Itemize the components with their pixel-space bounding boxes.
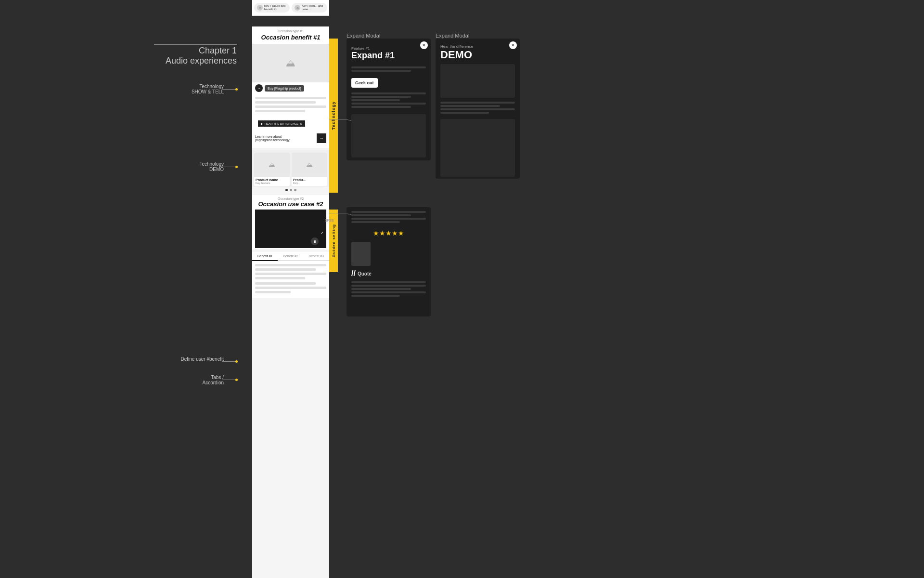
- modal-1-feature-label: Feature #1: [351, 46, 426, 51]
- modal-1-line-6: [351, 103, 426, 105]
- play-icon: ▶: [261, 122, 263, 125]
- tech-sidebar-label: Technology: [331, 101, 336, 130]
- dot-2[interactable]: [290, 189, 292, 191]
- testimonial-image: [351, 242, 371, 266]
- annotation-tech-show-line1: Technology: [192, 84, 224, 89]
- divider-line: [154, 44, 237, 45]
- product-card-1-img: ⛰: [254, 153, 290, 177]
- chapter-label: Chapter 1 Audio experiences: [166, 46, 237, 66]
- spee-label: SPEE: [325, 219, 334, 222]
- benefit-line: [222, 361, 237, 362]
- annotation-show-tell: Technology SHOW & TELL: [192, 84, 224, 94]
- dot-3[interactable]: [294, 189, 296, 191]
- key-chip-1: ⊙ Key Feature and benefit #1: [254, 3, 290, 13]
- settings-icon: ⚙: [300, 122, 302, 125]
- hear-diff-row: ▶ HEAR THE DIFFERENCE ⚙: [252, 117, 329, 131]
- modal-2-line-2: [440, 105, 500, 107]
- product-card-2-feature: Key...: [293, 182, 326, 184]
- tab-line-7: [255, 291, 291, 293]
- text-line-4: [255, 110, 305, 112]
- expand-modal-2: ✕ Hear the difference DEMO: [436, 39, 520, 179]
- modal-1-dark-area: [351, 114, 426, 158]
- buy-button[interactable]: Buy [Flagship product]: [265, 85, 304, 92]
- expand-button[interactable]: ⤢: [319, 230, 325, 236]
- demo-dot: [235, 166, 238, 168]
- modal-1-line-3: [351, 92, 426, 94]
- text-lines-1: [252, 94, 329, 117]
- dot-1[interactable]: [285, 189, 288, 191]
- geek-out-bubble[interactable]: Geek out: [351, 78, 378, 88]
- technology-sidebar: Technology: [329, 39, 338, 193]
- annotation-tabs-line1: Tabs /: [203, 375, 224, 380]
- tab-line-5: [255, 282, 316, 285]
- arrow-circle-icon[interactable]: →: [255, 84, 263, 92]
- modal-2-player: [440, 64, 515, 98]
- chip-1-icon: ⊙: [257, 5, 263, 11]
- learn-more-line1: Learn more about: [255, 135, 291, 138]
- modal-1-text-2: [346, 91, 431, 111]
- phone-content: Occasion type #1 Occasion benefit #1 ⛰ →…: [252, 26, 329, 578]
- learn-more-line2: [highlighted technology]: [255, 138, 291, 142]
- hear-diff-button[interactable]: ▶ HEAR THE DIFFERENCE ⚙: [258, 120, 305, 127]
- chip-2-label: Key Featu... and bene...: [302, 4, 324, 11]
- guided-line-1: [351, 211, 426, 213]
- connector-guided: [329, 213, 348, 213]
- expand-modal-label-1: Expand Modal: [346, 33, 380, 39]
- guided-line-2: [351, 214, 411, 216]
- chip-2-icon: ⊙: [295, 5, 300, 11]
- tab-line-3: [255, 273, 326, 275]
- guided-selling-section: ★★★★★ // Quote: [346, 207, 431, 316]
- annotation-benefit-text: Define user #benefit: [180, 356, 224, 362]
- occasion-type-1: Occasion type #1: [252, 26, 329, 33]
- tab-line-1: [255, 264, 326, 266]
- guided-sidebar-label: Guided selling: [332, 224, 336, 257]
- modal-1-line-2: [351, 70, 411, 72]
- learn-more-button[interactable]: →: [317, 133, 326, 143]
- modal-2-header: Hear the difference DEMO: [436, 39, 520, 62]
- tab-line-4: [255, 277, 305, 279]
- occasion1-section: Occasion type #1 Occasion benefit #1 ⛰ →…: [252, 26, 329, 148]
- left-annotations: Chapter 1 Audio experiences Technology S…: [0, 0, 250, 578]
- modal-1-line-7: [351, 106, 411, 108]
- modal-1-close[interactable]: ✕: [420, 41, 428, 49]
- tabs-dot: [235, 379, 238, 381]
- tab-benefit-2[interactable]: Benefit #2: [278, 252, 303, 260]
- buy-btn-row: → Buy [Flagship product]: [252, 82, 329, 94]
- modal-2-close[interactable]: ✕: [509, 41, 517, 49]
- expand-modal-label-2: Expand Modal: [436, 33, 469, 39]
- pause-button[interactable]: ⏸: [311, 237, 319, 245]
- product-card-2-info: Produ... Key...: [292, 177, 327, 186]
- product-cards-row: ⛰ Product name Key feature ⛰ Produ... Ke…: [254, 153, 327, 186]
- text-line-3: [255, 105, 326, 108]
- key-feature-chips: ⊙ Key Feature and benefit #1 ⊙ Key Featu…: [252, 0, 329, 16]
- quote-content-lines: [346, 279, 431, 302]
- occasion2-section: Occasion type #2 Occasion use case #2 ⏸ …: [252, 195, 329, 249]
- quote-line-1: [351, 281, 426, 283]
- tab-benefit-1[interactable]: Benefit #1: [252, 252, 278, 261]
- tabs-row: Benefit #1 Benefit #2 Benefit #3: [252, 252, 329, 261]
- modal-1-title: Expand #1: [351, 51, 426, 61]
- modal-1-line-5: [351, 99, 400, 101]
- guided-top-text: [346, 207, 431, 226]
- text-line-1: [255, 97, 326, 99]
- expand-modal-1: ✕ Feature #1 Expand #1 Geek out: [346, 39, 431, 160]
- quote-mark: //: [351, 270, 356, 277]
- annotation-tabs-line2: Accordion: [203, 380, 224, 385]
- pagination-dots: [252, 187, 329, 193]
- quote-line-2: [351, 285, 426, 287]
- show-tell-dot: [235, 88, 238, 91]
- chapter-subtitle: Audio experiences: [166, 56, 237, 66]
- benefit-dot: [235, 360, 238, 363]
- modal-2-text: [436, 100, 520, 117]
- chip-1-label: Key Feature and benefit #1: [264, 4, 287, 11]
- tab-benefit-3[interactable]: Benefit #3: [304, 252, 329, 260]
- modal-2-line-3: [440, 108, 515, 110]
- quote-text: Quote: [358, 271, 372, 276]
- connector-geekout: [329, 119, 348, 119]
- arrow-geekout: →: [347, 118, 352, 123]
- product-card-2-img: ⛰: [292, 153, 327, 177]
- demo-line: [222, 167, 237, 167]
- product-card-2-name: Produ...: [293, 178, 326, 182]
- annotation-tech-show-line2: SHOW & TELL: [192, 89, 224, 94]
- modal-1-header: Feature #1 Expand #1: [346, 39, 431, 65]
